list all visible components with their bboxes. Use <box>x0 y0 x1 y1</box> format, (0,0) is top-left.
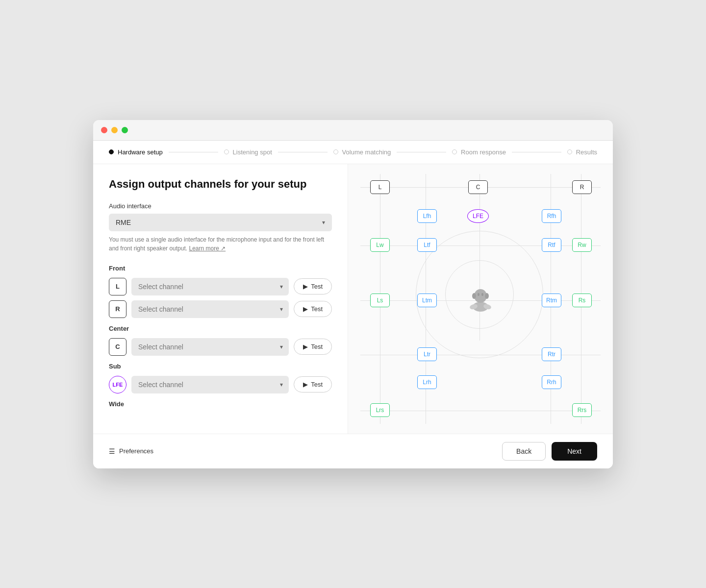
step-dot <box>333 149 338 154</box>
progress-line-2 <box>278 152 328 152</box>
speaker-node-Ls: Ls <box>370 294 390 307</box>
main-window: Hardware setup Listening spot Volume mat… <box>93 120 613 468</box>
step-listening-spot[interactable]: Listening spot <box>224 148 272 156</box>
section-front-label: Front <box>109 265 332 272</box>
step-dot <box>109 149 114 154</box>
step-label: Listening spot <box>233 148 272 156</box>
play-icon: ▶ <box>303 343 308 350</box>
badge-l: L <box>109 278 126 295</box>
test-button-l[interactable]: ▶ Test <box>294 278 332 294</box>
speaker-node-L: L <box>370 180 390 194</box>
step-hardware-setup[interactable]: Hardware setup <box>109 148 163 156</box>
speaker-node-Lrh: Lrh <box>417 375 437 389</box>
speaker-node-Ltf: Ltf <box>417 238 437 252</box>
channel-select-wrap-lfe: Select channel ▾ <box>131 376 289 393</box>
svg-point-7 <box>478 293 479 296</box>
channel-select-wrap-l: Select channel ▾ <box>131 278 289 295</box>
test-label: Test <box>311 343 323 350</box>
step-dot <box>224 149 229 154</box>
step-label: Hardware setup <box>118 148 163 156</box>
test-label: Test <box>311 381 323 388</box>
progress-line-1 <box>169 152 218 152</box>
channel-select-l[interactable]: Select channel <box>131 278 289 295</box>
play-icon: ▶ <box>303 283 308 290</box>
learn-more-link[interactable]: Learn more ↗ <box>189 245 226 252</box>
preferences-label: Preferences <box>119 447 153 455</box>
speaker-node-Lfh: Lfh <box>417 209 437 223</box>
section-center-label: Center <box>109 325 332 332</box>
channel-select-wrap-c: Select channel ▾ <box>131 338 289 356</box>
titlebar <box>93 120 613 141</box>
preferences-button[interactable]: ☰ Preferences <box>109 447 153 455</box>
channel-row-l: L Select channel ▾ ▶ Test <box>109 278 332 295</box>
grid-hline-5 <box>360 411 601 411</box>
step-room-response[interactable]: Room response <box>452 148 506 156</box>
minimize-button[interactable] <box>111 127 118 133</box>
speaker-node-R: R <box>572 180 592 194</box>
progress-bar: Hardware setup Listening spot Volume mat… <box>93 141 613 164</box>
svg-point-6 <box>485 293 489 299</box>
speaker-node-Rrh: Rrh <box>542 375 561 389</box>
test-button-lfe[interactable]: ▶ Test <box>294 376 332 392</box>
section-wide-label: Wide <box>109 400 332 408</box>
audio-interface-hint: You must use a single audio interface fo… <box>109 235 332 253</box>
svg-point-8 <box>481 293 483 296</box>
speaker-node-Rw: Rw <box>572 238 592 252</box>
test-button-c[interactable]: ▶ Test <box>294 339 332 355</box>
step-dot <box>452 149 457 154</box>
channel-select-lfe[interactable]: Select channel <box>131 376 289 393</box>
svg-point-5 <box>472 293 476 299</box>
channel-row-c: C Select channel ▾ ▶ Test <box>109 338 332 356</box>
step-volume-matching[interactable]: Volume matching <box>333 148 391 156</box>
channel-select-wrap-r: Select channel ▾ <box>131 300 289 318</box>
section-sub-label: Sub <box>109 363 332 370</box>
back-button[interactable]: Back <box>502 442 546 461</box>
badge-c: C <box>109 338 126 356</box>
chevron-down-icon: ▾ <box>322 219 325 226</box>
step-label: Results <box>576 148 597 156</box>
channel-row-lfe: LFE Select channel ▾ ▶ Test <box>109 376 332 393</box>
speaker-node-Rtr: Rtr <box>542 347 561 361</box>
step-label: Volume matching <box>342 148 391 156</box>
maximize-button[interactable] <box>122 127 128 133</box>
channel-select-r[interactable]: Select channel <box>131 300 289 318</box>
speaker-node-Lw: Lw <box>370 238 390 252</box>
play-icon: ▶ <box>303 305 308 313</box>
audio-interface-select[interactable]: RME ▾ <box>109 214 332 231</box>
next-button[interactable]: Next <box>552 442 597 461</box>
footer-actions: Back Next <box>502 442 597 461</box>
speaker-node-LFE: LFE <box>467 209 489 223</box>
listener-svg <box>464 281 497 315</box>
channel-row-r: R Select channel ▾ ▶ Test <box>109 300 332 318</box>
progress-line-3 <box>397 152 446 152</box>
grid-hline-4 <box>360 355 601 355</box>
test-label: Test <box>311 283 323 290</box>
badge-lfe: LFE <box>109 376 126 393</box>
progress-line-4 <box>512 152 561 152</box>
grid-hline-2 <box>360 245 601 246</box>
footer: ☰ Preferences Back Next <box>93 434 613 468</box>
speaker-diagram: L C R Lfh LFE Rfh Lw Ltf Rtf Rw <box>360 174 601 424</box>
step-dot <box>567 149 572 154</box>
badge-r: R <box>109 300 126 318</box>
speaker-node-Rfh: Rfh <box>542 209 561 223</box>
speaker-node-Rs: Rs <box>572 294 592 307</box>
step-results[interactable]: Results <box>567 148 597 156</box>
speaker-node-Rtm: Rtm <box>542 294 561 307</box>
page-title: Assign output channels for your setup <box>109 178 332 191</box>
speaker-node-Ltr: Ltr <box>417 347 437 361</box>
test-button-r[interactable]: ▶ Test <box>294 301 332 317</box>
speaker-node-Lrs: Lrs <box>370 403 390 417</box>
channel-select-c[interactable]: Select channel <box>131 338 289 356</box>
main-content: Assign output channels for your setup Au… <box>93 164 613 434</box>
speaker-node-C: C <box>468 180 488 194</box>
preferences-icon: ☰ <box>109 447 115 455</box>
listener-figure <box>464 281 497 317</box>
audio-interface-value: RME <box>116 219 131 226</box>
test-label: Test <box>311 305 323 313</box>
close-button[interactable] <box>101 127 107 133</box>
right-panel: L C R Lfh LFE Rfh Lw Ltf Rtf Rw <box>348 164 613 434</box>
speaker-node-Rtf: Rtf <box>542 238 561 252</box>
speaker-node-Ltm: Ltm <box>417 294 437 307</box>
play-icon: ▶ <box>303 381 308 388</box>
